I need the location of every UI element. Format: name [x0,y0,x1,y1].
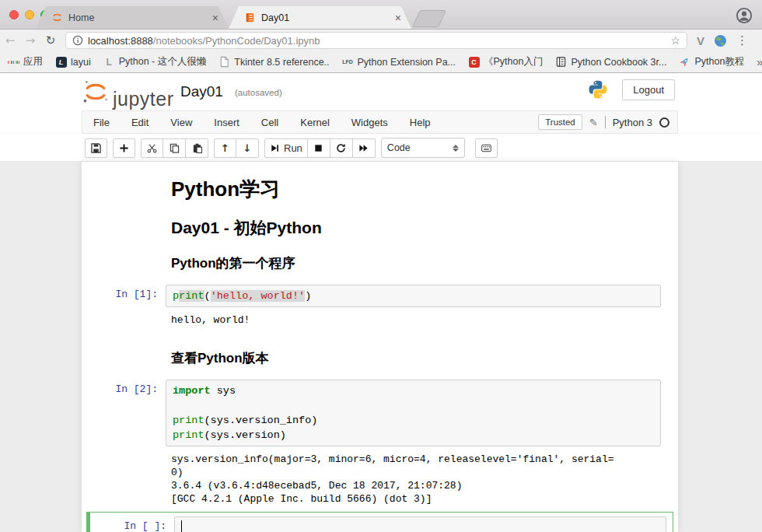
jupyter-logo[interactable]: jupyter [81,78,174,110]
globe-extension-icon[interactable] [714,34,727,47]
floppy-save-icon [91,143,101,153]
command-palette-button[interactable] [475,138,498,158]
bookmark-cookbook[interactable]: Python Cookbook 3r... [555,56,666,68]
tab-day01[interactable]: Day01 × [229,6,411,29]
keyboard-icon [481,143,491,153]
copy-cell-button[interactable] [163,138,186,158]
menu-cell[interactable]: Cell [250,117,289,128]
tab-title: Home [68,12,210,23]
tab-title: Day01 [261,12,393,23]
autosave-status: (autosaved) [235,88,282,97]
move-cell-up-button[interactable]: ↑ [214,138,236,158]
edit-title-pencil-icon[interactable]: ✎ [589,117,598,128]
reload-icon[interactable]: ↻ [40,33,61,47]
forward-icon[interactable]: → [20,33,40,47]
python-logo-icon [588,79,608,100]
bookmark-python-blog[interactable]: L Python - 这个人很懒 [103,55,207,68]
restart-icon [336,143,346,153]
text-cursor [181,520,182,532]
minimize-window-button[interactable] [25,10,34,19]
markdown-cell-title[interactable]: Python学习 [166,177,661,201]
close-tab-icon[interactable]: × [210,12,221,24]
jupyter-favicon [51,12,63,23]
restart-run-all-button[interactable] [353,138,376,158]
cut-cell-button[interactable] [141,138,163,158]
code-input-1[interactable]: print('hello, world!') [166,285,661,307]
restart-kernel-button[interactable] [330,138,353,158]
jupyter-header: jupyter Day01 (autosaved) Logout [0,73,762,110]
kernel-status-icon [659,117,669,128]
menu-view[interactable]: View [159,117,203,128]
code-cell-3-selected[interactable]: In [ ]: [86,512,673,532]
bookmark-label: Python Cookbook 3r... [571,57,666,68]
bookmark-python-intro[interactable]: C 《Python入门 [468,55,543,68]
logout-button[interactable]: Logout [622,79,675,100]
output-prompt [82,312,166,327]
notebook-title[interactable]: Day01 [180,83,223,100]
notebook-status-area: Trusted ✎ Python 3 [538,114,677,130]
select-arrows-icon [453,145,459,152]
run-cell-button[interactable]: Run [264,138,308,158]
profile-avatar-icon[interactable] [736,7,753,24]
paste-cell-button[interactable] [186,138,208,158]
menu-insert[interactable]: Insert [203,117,250,128]
paste-icon [192,143,202,153]
step-forward-icon [270,143,280,153]
address-bar[interactable]: localhost:8888 /notebooks/PythonCode/Day… [65,32,687,49]
add-cell-button[interactable] [113,138,135,158]
code-cell-2[interactable]: In [2]: import sysprint(sys.version_info… [82,380,661,446]
new-tab-button[interactable] [412,10,446,27]
interrupt-kernel-button[interactable] [308,138,330,158]
bookmark-label: 《Python入门 [484,55,543,68]
input-prompt: In [2]: [82,380,166,446]
lfd-icon: LFD [342,56,354,68]
tab-home[interactable]: Home × [36,6,229,29]
code-cell-1[interactable]: In [1]: print('hello, world!') [82,285,661,307]
bookmark-layui[interactable]: L layui [55,56,91,68]
bookmark-apps[interactable]: 应用 [8,55,43,68]
menu-help[interactable]: Help [399,117,442,128]
bookmark-python-extension[interactable]: LFD Python Extension Pa... [342,56,456,68]
browser-window: Home × Day01 × ← → [0,0,762,532]
close-window-button[interactable] [9,10,19,19]
bookmark-star-icon[interactable]: ☆ [670,34,680,47]
window-titlebar: Home × Day01 × [0,0,762,30]
trusted-button[interactable]: Trusted [538,114,582,130]
code-input-2[interactable]: import sysprint(sys.version_info)print(s… [166,380,661,446]
rocket-icon [679,56,690,68]
output-prompt [82,451,166,506]
cell-type-select[interactable]: Code [381,138,465,158]
code-input-3[interactable] [174,516,666,532]
heading-python-study: Python学习 [171,177,661,201]
bookmark-python-tutorial[interactable]: Python教程 [679,55,744,68]
menu-file[interactable]: File [82,117,121,128]
save-button[interactable] [85,138,107,158]
close-tab-icon[interactable]: × [393,12,404,24]
jupyter-logo-text: jupyter [113,88,174,110]
url-host: localhost:8888 [88,35,153,47]
notebook-menubar: File Edit View Insert Cell Kernel Widget… [82,110,678,134]
menu-widgets[interactable]: Widgets [341,117,399,128]
heading-day01: Day01 - 初始Python [171,218,661,238]
output-text-2: sys.version_info(major=3, minor=6, micro… [166,451,661,506]
menu-kernel[interactable]: Kernel [289,117,341,128]
cell-type-value: Code [387,142,411,153]
back-icon[interactable]: ← [0,33,20,47]
fast-forward-icon [358,143,369,153]
markdown-cell-version[interactable]: 查看Python版本 [166,350,661,367]
menu-edit[interactable]: Edit [121,117,159,128]
apps-grid-icon [8,56,19,68]
markdown-cell-day01[interactable]: Day01 - 初始Python [166,218,661,238]
kernel-name: Python 3 [613,117,652,128]
move-cell-down-button[interactable]: ↓ [236,138,259,158]
browser-toolbar: ← → ↻ localhost:8888 /notebooks/PythonCo… [0,30,762,51]
output-area-2: sys.version_info(major=3, minor=6, micro… [82,451,661,506]
bookmark-tkinter[interactable]: Tkinter 8.5 reference.. [218,56,329,68]
bookmarks-overflow-icon[interactable]: » [757,56,762,68]
page-info-icon[interactable] [72,35,83,46]
bookmarks-bar: 应用 L layui L Python - 这个人很懒 Tkinter 8.5 … [0,51,762,73]
extension-v-icon[interactable]: V [697,34,704,47]
notebook-scroll-area[interactable]: Python学习 Day01 - 初始Python Python的第一个程序 I… [0,162,762,532]
browser-menu-icon[interactable]: ⋮ [736,33,748,47]
markdown-cell-first-program[interactable]: Python的第一个程序 [166,255,661,272]
